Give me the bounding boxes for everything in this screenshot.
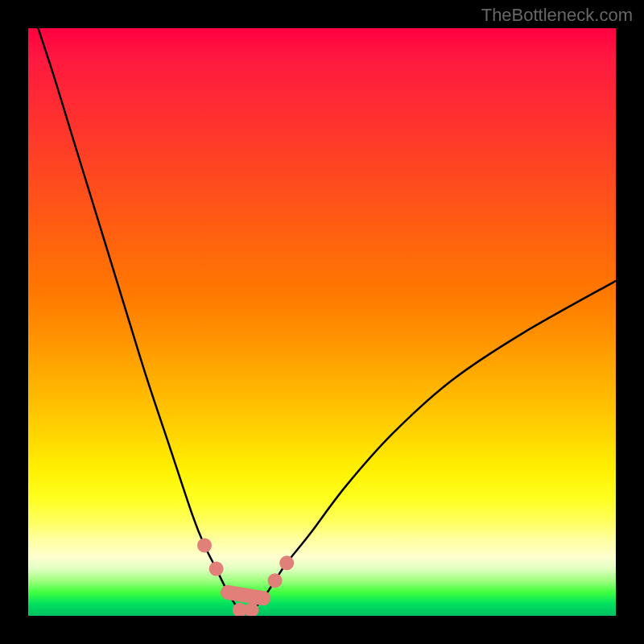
watermark-text: TheBottleneck.com [481,5,633,26]
curve-marker [197,538,212,552]
curve-marker [209,562,224,576]
curve-minimum-bar [228,592,263,598]
curve-marker [268,573,283,588]
chart-plot-area [28,28,616,616]
curve-marker [279,555,294,570]
bottleneck-curve [28,28,616,616]
